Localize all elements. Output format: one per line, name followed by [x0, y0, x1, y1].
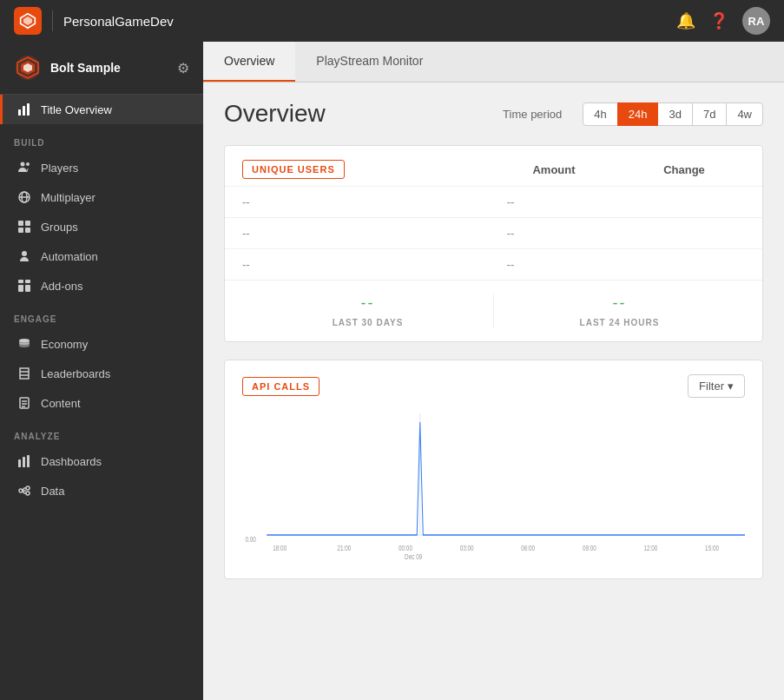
sidebar-item-label: Players: [41, 162, 78, 175]
sidebar-item-automation[interactable]: Automation: [0, 241, 203, 271]
sidebar-item-label: Multiplayer: [41, 191, 96, 204]
svg-rect-17: [25, 228, 30, 233]
row-label: --: [225, 218, 415, 249]
svg-rect-19: [18, 280, 23, 283]
svg-rect-20: [25, 280, 30, 283]
table-row: -- --: [225, 249, 762, 281]
svg-rect-22: [25, 285, 30, 292]
svg-text:06:00: 06:00: [521, 544, 535, 552]
unique-users-table: -- -- -- -- -- --: [225, 186, 762, 280]
svg-text:15:00: 15:00: [705, 544, 719, 552]
sidebar-item-label: Groups: [41, 221, 78, 234]
unique-users-card: UNIQUE USERS Amount Change -- -- -- --: [224, 145, 763, 342]
leaderboards-icon: [16, 366, 32, 381]
sidebar-app-name: Bolt Sample: [50, 61, 168, 75]
sidebar-item-label: Automation: [41, 250, 98, 263]
page-title: Overview: [224, 100, 326, 128]
sidebar-item-content[interactable]: Content: [0, 388, 203, 418]
row-change: [606, 187, 762, 218]
content-area: Overview Time period 4h 24h 3d 7d 4w UNI…: [203, 83, 784, 700]
svg-rect-14: [18, 221, 23, 226]
time-period-label: Time period: [503, 108, 562, 121]
change-header: Change: [623, 163, 745, 176]
api-calls-chart: 0.00 18:00 21:00 00:00 03:00 06:00 09: [242, 405, 745, 561]
time-btn-3d[interactable]: 3d: [657, 102, 692, 126]
row-label: --: [225, 187, 415, 218]
api-calls-chart-area: 0.00 18:00 21:00 00:00 03:00 06:00 09: [225, 405, 762, 578]
svg-text:00:00: 00:00: [399, 544, 412, 552]
svg-rect-16: [18, 228, 23, 233]
row-amount: --: [415, 218, 605, 249]
main-content: Overview PlayStream Monitor Overview Tim…: [203, 42, 784, 700]
svg-text:03:00: 03:00: [460, 544, 474, 552]
unique-users-badge: UNIQUE USERS: [242, 160, 345, 179]
time-btn-4h[interactable]: 4h: [583, 102, 617, 126]
row-amount: --: [415, 249, 605, 281]
sidebar-item-title-overview[interactable]: Title Overview: [0, 95, 203, 124]
sidebar-item-label: Data: [41, 485, 64, 498]
svg-text:12:00: 12:00: [643, 544, 657, 552]
svg-text:21:00: 21:00: [337, 544, 351, 552]
data-icon: [16, 483, 32, 499]
sidebar-item-label: Dashboards: [41, 455, 102, 468]
sidebar: Bolt Sample ⚙ Title Overview BUILD: [0, 42, 203, 700]
sidebar-item-players[interactable]: Players: [0, 153, 203, 182]
bell-icon[interactable]: 🔔: [676, 11, 695, 30]
top-nav: PersonalGameDev 🔔 ❓ RA: [0, 0, 784, 42]
svg-rect-6: [18, 109, 21, 116]
sidebar-item-economy[interactable]: Economy: [0, 329, 203, 359]
unique-users-header: UNIQUE USERS Amount Change: [225, 146, 762, 186]
time-period-buttons: 4h 24h 3d 7d 4w: [583, 102, 763, 126]
sidebar-item-multiplayer[interactable]: Multiplayer: [0, 182, 203, 212]
tab-playstream-monitor[interactable]: PlayStream Monitor: [295, 42, 444, 82]
svg-rect-7: [23, 106, 25, 116]
svg-rect-32: [27, 455, 30, 467]
svg-text:Dec 09: Dec 09: [405, 552, 422, 561]
footer-30days: -- LAST 30 DAYS: [242, 294, 493, 327]
y-axis-label: 0.00: [246, 535, 257, 544]
sidebar-item-label: Add-ons: [41, 280, 82, 293]
addons-icon: [16, 278, 32, 294]
time-btn-24h[interactable]: 24h: [617, 102, 659, 126]
api-calls-header: API CALLS Filter ▾: [225, 360, 762, 405]
row-label: --: [225, 249, 415, 281]
sidebar-item-label: Title Overview: [41, 103, 112, 116]
engage-section-label: ENGAGE: [0, 300, 203, 329]
sidebar-item-leaderboards[interactable]: Leaderboards: [0, 359, 203, 388]
svg-rect-15: [25, 221, 30, 226]
unique-users-footer: -- LAST 30 DAYS -- LAST 24 HOURS: [225, 280, 762, 341]
build-section-label: BUILD: [0, 124, 203, 153]
table-row: -- --: [225, 218, 762, 249]
svg-marker-1: [23, 17, 32, 25]
row-amount: --: [415, 187, 605, 218]
time-btn-4w[interactable]: 4w: [726, 102, 763, 126]
filter-button[interactable]: Filter ▾: [688, 374, 745, 398]
svg-point-9: [21, 162, 25, 167]
bar-chart-icon: [16, 102, 32, 117]
footer-24hours-value: --: [613, 294, 627, 313]
globe-icon: [16, 189, 32, 205]
time-btn-7d[interactable]: 7d: [692, 102, 727, 126]
sidebar-item-addons[interactable]: Add-ons: [0, 271, 203, 300]
nav-icons: 🔔 ❓ RA: [676, 7, 770, 35]
sidebar-item-label: Economy: [41, 338, 88, 351]
sidebar-item-groups[interactable]: Groups: [0, 212, 203, 241]
filter-label: Filter: [699, 380, 724, 393]
row-change: [606, 249, 762, 281]
api-calls-badge: API CALLS: [242, 377, 320, 396]
nav-divider: [52, 10, 53, 31]
sidebar-item-dashboards[interactable]: Dashboards: [0, 446, 203, 476]
chevron-down-icon: ▾: [728, 380, 734, 393]
settings-icon[interactable]: ⚙: [177, 60, 189, 76]
svg-rect-31: [23, 457, 25, 467]
footer-30days-value: --: [361, 294, 375, 313]
tab-overview[interactable]: Overview: [203, 42, 295, 82]
layout: Bolt Sample ⚙ Title Overview BUILD: [0, 42, 784, 700]
sidebar-item-label: Content: [41, 397, 81, 410]
help-icon[interactable]: ❓: [709, 11, 728, 30]
sidebar-item-data[interactable]: Data: [0, 476, 203, 505]
avatar[interactable]: RA: [742, 7, 770, 35]
tabs-bar: Overview PlayStream Monitor: [203, 42, 784, 83]
svg-text:09:00: 09:00: [583, 544, 596, 552]
table-row: -- --: [225, 187, 762, 218]
